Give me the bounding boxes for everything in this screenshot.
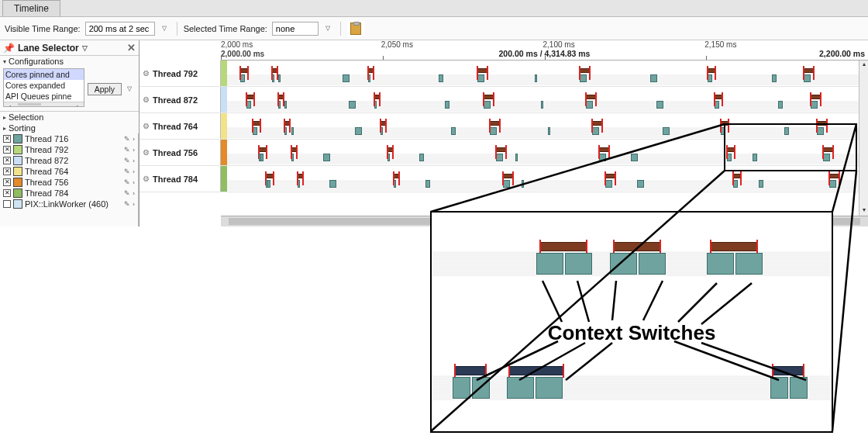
caret-icon[interactable]: › xyxy=(133,147,135,154)
timeline-context-switch[interactable] xyxy=(721,121,728,126)
config-option[interactable]: API Queues pinne xyxy=(4,91,84,102)
timeline-event[interactable] xyxy=(599,154,606,161)
panel-dropdown[interactable]: ▽ xyxy=(82,44,88,52)
timeline-context-switch[interactable] xyxy=(599,147,609,152)
track-label[interactable]: ⚙Thread 872 xyxy=(140,87,221,112)
config-list[interactable]: Cores pinned and Cores expanded API Queu… xyxy=(3,68,84,107)
caret-icon[interactable]: › xyxy=(133,201,135,208)
timeline-context-switch[interactable] xyxy=(592,121,602,126)
caret-icon[interactable]: › xyxy=(133,168,135,175)
track-body[interactable] xyxy=(227,113,868,139)
timeline-event[interactable] xyxy=(323,154,330,161)
timeline-event[interactable] xyxy=(548,127,550,135)
visible-range-input[interactable] xyxy=(85,22,155,36)
section-selection[interactable]: ▸Selection xyxy=(0,112,139,123)
timeline-context-switch[interactable] xyxy=(490,121,500,126)
timeline-context-switch[interactable] xyxy=(586,95,596,99)
timeline-context-switch[interactable] xyxy=(817,121,827,126)
timeline-event[interactable] xyxy=(778,101,783,109)
close-icon[interactable]: ✕ xyxy=(127,42,136,54)
caret-icon[interactable]: › xyxy=(133,179,135,186)
track-label[interactable]: ⚙Thread 784 xyxy=(140,166,221,192)
timeline-event[interactable] xyxy=(592,127,599,135)
timeline-event[interactable] xyxy=(605,180,612,188)
timeline-event[interactable] xyxy=(759,180,763,188)
track-body[interactable] xyxy=(227,140,868,165)
thread-item[interactable]: ✕Thread 764✎› xyxy=(0,166,138,177)
timeline-event[interactable] xyxy=(829,180,836,188)
edit-icon[interactable]: ✎ xyxy=(124,146,130,154)
track-body[interactable] xyxy=(227,60,868,86)
timeline-event[interactable] xyxy=(451,127,456,135)
thread-item[interactable]: ✕Thread 784✎› xyxy=(0,188,138,199)
visible-range-dropdown[interactable]: ▽ xyxy=(158,22,170,36)
timeline-context-switch[interactable] xyxy=(503,174,513,178)
caret-icon[interactable]: › xyxy=(133,190,135,197)
timeline-context-switch[interactable] xyxy=(496,147,506,152)
edit-icon[interactable]: ✎ xyxy=(124,157,130,164)
thread-item[interactable]: PIX::LinkWorker (460)✎› xyxy=(0,199,138,209)
timeline-context-switch[interactable] xyxy=(374,95,380,99)
config-option[interactable]: Cores expanded xyxy=(4,80,84,91)
gear-icon[interactable]: ⚙ xyxy=(143,95,150,104)
gear-icon[interactable]: ⚙ xyxy=(143,122,150,130)
timeline-event[interactable] xyxy=(535,74,537,82)
timeline-event[interactable] xyxy=(637,180,644,188)
timeline-event[interactable] xyxy=(804,74,811,82)
timeline-context-switch[interactable] xyxy=(291,147,297,152)
ruler[interactable]: 2,000 ms 2,000.00 ms 2,050 ms 2,100 ms 2… xyxy=(221,40,868,60)
timeline-event[interactable] xyxy=(663,127,670,135)
timeline-event[interactable] xyxy=(772,74,777,82)
timeline-event[interactable] xyxy=(503,180,510,188)
thread-item[interactable]: ✕Thread 792✎› xyxy=(0,144,138,155)
tab-timeline[interactable]: Timeline xyxy=(2,0,60,16)
timeline-event[interactable] xyxy=(419,154,424,161)
section-configurations[interactable]: ▾Configurations xyxy=(0,56,139,67)
track-body[interactable] xyxy=(227,166,868,192)
timeline-event[interactable] xyxy=(291,127,294,135)
pin-icon[interactable]: 📌 xyxy=(3,43,15,54)
track-rows[interactable]: ⚙Thread 792⚙Thread 872⚙Thread 764⚙Thread… xyxy=(140,60,868,216)
caret-icon[interactable]: › xyxy=(133,136,135,143)
timeline-event[interactable] xyxy=(329,180,336,188)
timeline-event[interactable] xyxy=(823,154,830,161)
section-sorting[interactable]: ▸Sorting xyxy=(0,123,139,133)
timeline-context-switch[interactable] xyxy=(715,95,722,99)
timeline-event[interactable] xyxy=(580,74,587,82)
timeline-event[interactable] xyxy=(817,127,824,135)
track-label[interactable]: ⚙Thread 764 xyxy=(140,113,221,139)
timeline-context-switch[interactable] xyxy=(829,174,839,178)
edit-icon[interactable]: ✎ xyxy=(124,168,130,175)
timeline-event[interactable] xyxy=(753,154,757,161)
timeline-event[interactable] xyxy=(522,180,524,188)
apply-dropdown[interactable]: ▽ xyxy=(123,82,136,96)
timeline-event[interactable] xyxy=(484,101,491,109)
edit-icon[interactable]: ✎ xyxy=(124,178,130,186)
timeline-context-switch[interactable] xyxy=(484,95,494,99)
timeline-event[interactable] xyxy=(541,101,543,109)
checkbox[interactable]: ✕ xyxy=(3,157,11,164)
timeline-vscroll[interactable]: ▴▾ xyxy=(859,60,868,216)
checkbox[interactable]: ✕ xyxy=(3,178,11,186)
selected-range-input[interactable] xyxy=(272,22,319,36)
gear-icon[interactable]: ⚙ xyxy=(143,175,150,183)
timeline-event[interactable] xyxy=(266,180,268,188)
timeline-event[interactable] xyxy=(496,154,503,161)
timeline-context-switch[interactable] xyxy=(259,147,267,152)
checkbox[interactable] xyxy=(3,200,11,208)
checkbox[interactable]: ✕ xyxy=(3,135,11,143)
selected-range-dropdown[interactable]: ▽ xyxy=(322,22,334,36)
thread-item[interactable]: ✕Thread 756✎› xyxy=(0,177,138,188)
track-label[interactable]: ⚙Thread 756 xyxy=(140,140,221,165)
timeline-context-switch[interactable] xyxy=(240,68,248,73)
timeline-context-switch[interactable] xyxy=(727,147,735,152)
edit-icon[interactable]: ✎ xyxy=(124,135,130,143)
timeline-context-switch[interactable] xyxy=(804,68,814,73)
gear-icon[interactable]: ⚙ xyxy=(143,148,150,157)
timeline-context-switch[interactable] xyxy=(708,68,715,73)
edit-icon[interactable]: ✎ xyxy=(124,189,130,197)
checkbox[interactable]: ✕ xyxy=(3,189,11,197)
timeline-context-switch[interactable] xyxy=(394,174,399,178)
timeline-context-switch[interactable] xyxy=(477,68,487,73)
timeline-event[interactable] xyxy=(515,154,518,161)
